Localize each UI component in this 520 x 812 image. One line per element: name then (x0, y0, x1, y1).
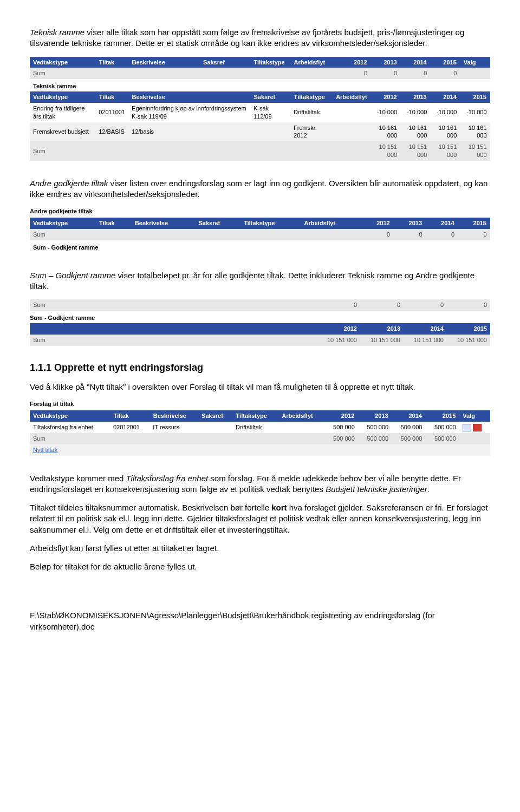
t2-th5: Arbeidsflyt (301, 218, 361, 229)
para-teknisk-ramme-text: viser alle tiltak som har oppstått som f… (30, 28, 464, 48)
r1-c2: Egeninnfordring kjøp av innfordringssyst… (128, 103, 250, 122)
sum2-2014: 10 151 000 (430, 141, 460, 161)
t4-th0: Vedtakstype (30, 410, 110, 422)
t2-th1: Tiltak (96, 218, 132, 229)
r2-c1: 12/BASIS (95, 122, 128, 142)
r1-c6: -10 000 (370, 103, 400, 122)
t4-r1-c3 (198, 422, 233, 433)
t3-label: Sum - Godkjent ramme (30, 314, 490, 322)
sum-2013: 0 (370, 68, 400, 79)
t4-sum7: 500 000 (358, 433, 392, 444)
heading-opprette: 1.1.1 Opprette et nytt endringsforslag (30, 361, 490, 374)
p6a: Tiltaket tildeles tiltaksnummer automati… (30, 503, 271, 512)
t2-sum9: 0 (458, 229, 490, 240)
t4-th10: Valg (459, 410, 490, 422)
r1-c4: Driftstiltak (290, 103, 333, 122)
t3-h-blank (33, 325, 314, 333)
t2-sum8: 0 (426, 229, 458, 240)
table-andre-godkjente: Vedtakstype Tiltak Beskrivelse Saksref T… (30, 218, 490, 253)
t4-r1-c6: 500 000 (324, 422, 358, 433)
t3-top-2: 0 (357, 301, 400, 309)
r2-c7: 10 161 000 (400, 122, 430, 142)
sum2-2015: 10 151 000 (460, 141, 490, 161)
t4-sum8: 500 000 (392, 433, 425, 444)
th-arbeidsflyt: Arbeidsflyt (290, 57, 333, 68)
r2-c6: 10 161 000 (370, 122, 400, 142)
t2-th7: 2013 (393, 218, 425, 229)
th2-tiltakstype: Tiltakstype (290, 91, 333, 103)
th2-beskrivelse: Beskrivelse (128, 91, 250, 103)
table-forslag-tiltak: Vedtakstype Tiltak Beskrivelse Saksref T… (30, 410, 490, 456)
footer-path: F:\Stab\ØKONOMISEKSJONEN\Agresso\Planleg… (30, 610, 490, 632)
r2-c0: Fremskrevet budsjett (30, 122, 95, 142)
t4-r1-c0: Tiltaksforslag fra enhet (30, 422, 110, 433)
r1-c3: K-sak 112/09 (250, 103, 290, 122)
t2-th4: Tiltakstype (240, 218, 301, 229)
t4-r1-c7: 500 000 (358, 422, 392, 433)
para-nytt-tiltak: Ved å klikke på "Nytt tiltak" i oversikt… (30, 382, 490, 392)
t4-r1-c9: 500 000 (425, 422, 459, 433)
t4-th5: Arbeidsflyt (278, 410, 324, 422)
p6b: kort (271, 503, 287, 512)
term-teknisk-ramme: Teknisk ramme (30, 28, 84, 37)
th2-2012: 2012 (370, 91, 400, 103)
th-vedtakstype: Vedtakstype (30, 57, 95, 68)
t3-h-2015: 2015 (444, 325, 487, 333)
t3-top-1: 0 (314, 301, 357, 309)
sum-2012: 0 (333, 68, 370, 79)
th-valg: Valg (460, 57, 490, 68)
t4-th9: 2015 (425, 410, 459, 422)
th-tiltakstype: Tiltakstype (250, 57, 290, 68)
th-2013: 2013 (370, 57, 400, 68)
th-2015: 2015 (430, 57, 460, 68)
term-sum-godkjent: Sum – Godkjent ramme (30, 271, 115, 280)
t3-top-3: 0 (400, 301, 444, 309)
th-2012: 2012 (333, 57, 370, 68)
para-teknisk-ramme: Teknisk ramme viser alle tiltak som har … (30, 27, 490, 49)
t3-sum-label: Sum (33, 336, 314, 344)
t2-th9: 2015 (458, 218, 490, 229)
th-saksref: Saksref (199, 57, 250, 68)
t2-sum6: 0 (361, 229, 393, 240)
sum2-2012: 10 151 000 (370, 141, 400, 161)
p5e: . (427, 484, 430, 494)
th2-2013: 2013 (400, 91, 430, 103)
sum2-2013: 10 151 000 (400, 141, 430, 161)
th2-2014: 2014 (430, 91, 460, 103)
nytt-tiltak-link[interactable]: Nytt tiltak (30, 444, 490, 456)
r1-c8: -10 000 (430, 103, 460, 122)
para-arbeidsflyt: Arbeidsflyt kan først fylles ut etter at… (30, 543, 490, 554)
t3-top-sum: Sum 0 0 0 0 (30, 299, 490, 311)
t3-h-2013: 2013 (357, 325, 400, 333)
r1-c7: -10 000 (400, 103, 430, 122)
r1-c5 (333, 103, 370, 122)
r2-c8: 10 161 000 (430, 122, 460, 142)
t3-sum-4: 10 151 000 (444, 336, 487, 344)
t2-th6: 2012 (361, 218, 393, 229)
t3-top-4: 0 (444, 301, 487, 309)
sum-valg (460, 68, 490, 79)
t4-sum9: 500 000 (425, 433, 459, 444)
sum-2014: 0 (400, 68, 430, 79)
para-sum-godkjent: Sum – Godkjent ramme viser totalbeløpet … (30, 270, 490, 292)
t2-footer-label: Sum - Godkjent ramme (30, 240, 490, 253)
sum-label: Sum (30, 68, 333, 79)
edit-icon[interactable] (463, 424, 471, 431)
t4-th7: 2013 (358, 410, 392, 422)
para-vedtakstype: Vedtakstype kommer med Tiltaksforslag fr… (30, 473, 490, 495)
t4-th1: Tiltak (110, 410, 150, 422)
section-andre-godkjente: Andre godkjente tiltak (30, 207, 490, 215)
th2-tiltak: Tiltak (95, 91, 128, 103)
delete-icon[interactable] (473, 424, 482, 431)
t4-r1-c1: 02012001 (110, 422, 150, 433)
r1-c0: Endring fra tidligere års tiltak (30, 103, 95, 122)
r2-c5 (333, 122, 370, 142)
t3-h-2014: 2014 (400, 325, 444, 333)
t3-sum-1: 10 151 000 (314, 336, 357, 344)
t4-sum-label: Sum (30, 433, 324, 444)
t2-th2: Beskrivelse (131, 218, 195, 229)
t2-th0: Vedtakstype (30, 218, 96, 229)
t3-h-2012: 2012 (314, 325, 357, 333)
t4-r1-c4: Driftstiltak (232, 422, 278, 433)
sum-2015: 0 (430, 68, 460, 79)
